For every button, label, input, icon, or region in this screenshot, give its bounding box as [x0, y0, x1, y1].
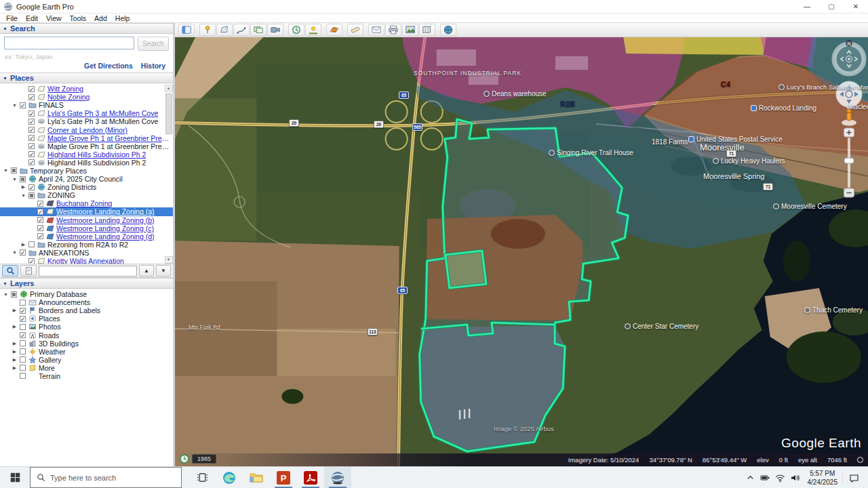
- tree-item-label[interactable]: Rezoning from R2A to R2: [47, 241, 128, 249]
- get-directions-link[interactable]: Get Directions: [84, 62, 133, 70]
- tree-item-label[interactable]: More: [39, 364, 55, 372]
- acrobat-taskbar-button[interactable]: [297, 467, 324, 488]
- switch-planets-button[interactable]: [326, 24, 342, 36]
- tree-item-label[interactable]: Knotty Walls Annexation: [47, 257, 124, 264]
- tree-item-label[interactable]: Buchanan Zoning: [56, 199, 112, 207]
- search-panel-header[interactable]: ▼ Search: [0, 23, 173, 34]
- tree-item-finals[interactable]: ▼✓FINALS: [0, 101, 173, 109]
- expander-open-icon[interactable]: ▼: [3, 292, 9, 297]
- checkbox-checked[interactable]: ✓: [28, 127, 35, 133]
- tree-item-westmoore-landing-zoning-a[interactable]: ✓Westmoore Landing Zoning (a): [0, 207, 173, 216]
- wifi-icon[interactable]: [773, 473, 788, 483]
- tree-item-label[interactable]: April 24, 2025 City Council: [39, 175, 123, 183]
- tree-item-westmoore-landing-zoning-c[interactable]: ✓Westmoore Landing Zoning (c): [0, 224, 173, 232]
- tree-item-label[interactable]: Places: [39, 314, 60, 323]
- scroll-up-icon[interactable]: ▲: [165, 85, 173, 92]
- tree-item-label[interactable]: 3D Buildings: [39, 340, 79, 348]
- map-label-singing-river-trail-house[interactable]: Singing River Trail House: [549, 149, 633, 157]
- move-up-button[interactable]: ▲: [139, 265, 154, 277]
- expander-closed-icon[interactable]: ▶: [20, 184, 26, 190]
- tree-item-weather[interactable]: ▶Weather: [0, 348, 173, 356]
- scroll-down-icon[interactable]: ▼: [165, 256, 173, 264]
- checkbox-checked[interactable]: ✓: [28, 110, 35, 117]
- add-placemark-button[interactable]: [199, 24, 216, 36]
- checkbox-checked[interactable]: ✓: [20, 102, 26, 108]
- tree-item-label[interactable]: Announcements: [39, 298, 90, 306]
- tree-item-label[interactable]: Roads: [39, 331, 59, 340]
- tree-item-label[interactable]: Temporary Places: [30, 167, 87, 175]
- checkbox-unchecked[interactable]: [20, 300, 26, 306]
- tray-chevron-icon[interactable]: [743, 473, 758, 482]
- checkbox-checked[interactable]: ✓: [28, 94, 35, 100]
- map-label-mooresville-cemetery[interactable]: Mooresville Cemetery: [773, 203, 847, 210]
- add-polygon-button[interactable]: [216, 24, 233, 36]
- tree-item-photos[interactable]: ▶Photos: [0, 323, 173, 331]
- menu-file[interactable]: File: [2, 14, 22, 22]
- places-search-button[interactable]: [2, 265, 18, 277]
- taskbar-clock[interactable]: 5:57 PM 4/24/2025: [803, 469, 843, 487]
- menu-help[interactable]: Help: [111, 14, 134, 22]
- tree-item-westmoore-landing-zoning-d[interactable]: ✓Westmoore Landing Zoning (d): [0, 232, 173, 241]
- email-button[interactable]: [368, 24, 384, 36]
- tree-item-rezoning-from-r2a-to-r2[interactable]: ▶Rezoning from R2A to R2: [0, 241, 173, 249]
- menu-tools[interactable]: Tools: [66, 14, 91, 22]
- tree-item-label[interactable]: Highland Hills Subdivision Ph 2: [47, 150, 146, 159]
- tree-item-label[interactable]: Lyla's Gate Ph 3 at McMullen Cove: [47, 109, 158, 117]
- tree-item-highland-hills-subdivision-ph-2[interactable]: ✓Highland Hills Subdivision Ph 2: [0, 159, 173, 167]
- tree-item-label[interactable]: Highland Hills Subdivision Ph 2: [47, 159, 146, 167]
- menu-edit[interactable]: Edit: [22, 14, 42, 22]
- checkbox-checked[interactable]: ✓: [20, 308, 26, 314]
- checkbox-checked[interactable]: ✓: [37, 225, 43, 231]
- expander-closed-icon[interactable]: ▶: [12, 357, 18, 363]
- checkbox-partial[interactable]: [20, 176, 26, 182]
- tree-item-roads[interactable]: ✓Roads: [0, 331, 173, 339]
- tree-item-terrain[interactable]: Terrain: [0, 372, 173, 380]
- tree-item-label[interactable]: Noble Zoning: [47, 93, 90, 101]
- tree-item-temporary-places[interactable]: ▼Temporary Places: [0, 167, 173, 175]
- tree-item-label[interactable]: FINALS: [39, 101, 64, 109]
- checkbox-unchecked[interactable]: [28, 241, 35, 247]
- tree-item-highland-hills-subdivision-ph-2[interactable]: ✓Highland Hills Subdivision Ph 2: [0, 150, 173, 159]
- battery-icon[interactable]: [758, 473, 773, 483]
- tree-item-label[interactable]: Westmoore Landing Zoning (d): [56, 232, 155, 241]
- expander-open-icon[interactable]: ▼: [3, 168, 9, 173]
- tree-item-more[interactable]: ▶More: [0, 364, 173, 372]
- checkbox-partial[interactable]: [28, 192, 35, 199]
- tree-item-label[interactable]: Terrain: [39, 372, 60, 380]
- tree-item-noble-zoning[interactable]: ✓Noble Zoning: [0, 93, 173, 101]
- file-explorer-taskbar-button[interactable]: [243, 467, 270, 488]
- tree-item-label[interactable]: Westmoore Landing Zoning (a): [56, 207, 155, 216]
- close-button[interactable]: ✕: [844, 0, 868, 14]
- checkbox-partial[interactable]: [11, 291, 17, 298]
- ruler-button[interactable]: [347, 24, 363, 36]
- tree-item-label[interactable]: Corner at Lendon (Minor): [47, 126, 127, 134]
- checkbox-partial[interactable]: [11, 167, 17, 174]
- checkbox-checked[interactable]: ✓: [28, 119, 35, 125]
- checkbox-checked[interactable]: ✓: [28, 159, 35, 165]
- search-input[interactable]: [4, 37, 134, 49]
- tree-item-knotty-walls-annexation[interactable]: ✓Knotty Walls Annexation: [0, 257, 173, 264]
- tree-item-primary-database[interactable]: ▼Primary Database: [0, 290, 173, 298]
- tree-item-label[interactable]: ZONING: [47, 191, 75, 199]
- expander-open-icon[interactable]: ▼: [12, 250, 18, 255]
- checkbox-unchecked[interactable]: [20, 373, 26, 379]
- add-image-overlay-button[interactable]: [250, 24, 267, 36]
- powerpoint-taskbar-button[interactable]: P: [270, 467, 297, 488]
- map-label-lucky-heavy-haulers[interactable]: Lucky Heavy Haulers: [713, 157, 785, 165]
- checkbox-checked[interactable]: ✓: [28, 143, 35, 149]
- map-label-rockwood-landing[interactable]: Rockwood Landing: [751, 104, 816, 112]
- tree-item-label[interactable]: Westmoore Landing Zoning (b): [56, 216, 155, 224]
- scrollbar-thumb[interactable]: [165, 94, 172, 134]
- tree-item-lyla-s-gate-ph-3-at-mcmullen-cove[interactable]: ✓Lyla's Gate Ph 3 at McMullen Cove: [0, 117, 173, 125]
- places-filter-input[interactable]: [39, 266, 137, 277]
- tree-item-label[interactable]: Primary Database: [30, 290, 87, 298]
- expander-closed-icon[interactable]: ▶: [12, 324, 18, 329]
- map-label-deans-warehouse[interactable]: Deans warehouse: [484, 90, 547, 98]
- places-clear-button[interactable]: [20, 265, 37, 277]
- tree-item-3d-buildings[interactable]: ▶3D Buildings: [0, 340, 173, 348]
- tree-item-announcements[interactable]: Announcements: [0, 298, 173, 306]
- expander-open-icon[interactable]: ▼: [20, 193, 26, 198]
- print-button[interactable]: [385, 24, 401, 36]
- volume-icon[interactable]: [788, 473, 803, 483]
- history-link[interactable]: History: [141, 62, 165, 70]
